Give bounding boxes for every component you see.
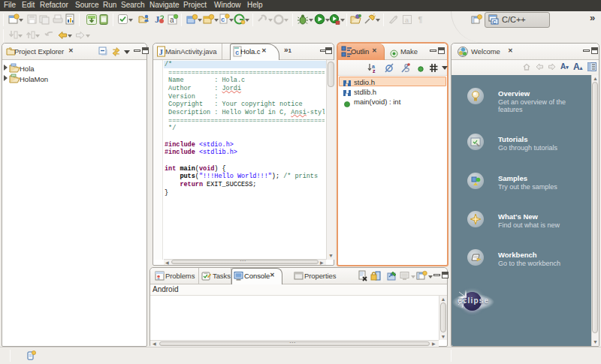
svg-text:C: C <box>493 20 497 25</box>
svg-text:c: c <box>221 17 225 24</box>
svg-text:a: a <box>405 17 409 24</box>
svg-text:J: J <box>155 14 160 25</box>
svg-text:J: J <box>159 47 164 56</box>
svg-text:c: c <box>235 50 239 57</box>
svg-text:z: z <box>373 68 376 74</box>
svg-text:¶: ¶ <box>418 15 423 24</box>
